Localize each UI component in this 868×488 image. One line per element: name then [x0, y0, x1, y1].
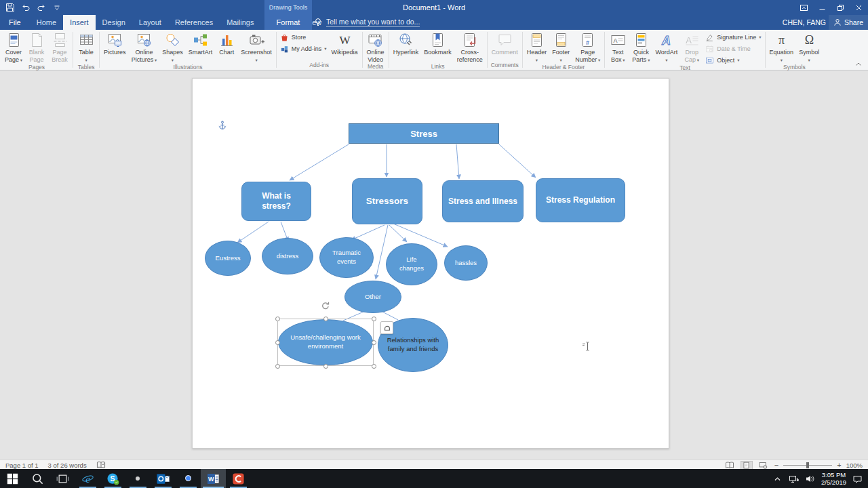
header-icon — [528, 32, 545, 48]
tell-me-box[interactable]: Tell me what you want to do... — [314, 15, 420, 30]
connector-line — [290, 144, 349, 180]
ribbon-button-screenshot[interactable]: Screenshot▾ — [238, 30, 275, 64]
ribbon-button-equation[interactable]: πEquation▾ — [767, 30, 797, 64]
speaker-icon[interactable] — [805, 474, 815, 484]
web-layout-button[interactable] — [757, 461, 770, 470]
ribbon-button-wikipedia[interactable]: WWikipedia — [329, 30, 361, 56]
selection-handle-ne[interactable] — [372, 317, 376, 321]
taskbar-chrome[interactable] — [176, 469, 201, 488]
tab-home[interactable]: Home — [30, 15, 63, 30]
print-layout-button[interactable] — [741, 461, 753, 470]
selection-handle-n[interactable] — [323, 317, 328, 321]
selection-handle-w[interactable] — [275, 340, 280, 345]
ribbon-button-chart[interactable]: Chart — [215, 30, 238, 56]
ribbon-button-wordart[interactable]: AWordArt▾ — [652, 30, 680, 64]
zoom-slider-thumb[interactable] — [806, 462, 809, 468]
proofing-status-icon[interactable] — [96, 461, 106, 469]
signed-in-user[interactable]: CHEN, FANG — [783, 15, 826, 30]
ribbon-button-signature-line[interactable]: Signature Line▾ — [705, 33, 761, 41]
minimize-button[interactable] — [813, 0, 831, 15]
ribbon-button-page-number[interactable]: #PageNumber ▾ — [572, 30, 603, 64]
ribbon-button-text-box[interactable]: ATextBox ▾ — [606, 30, 629, 64]
undo-button[interactable] — [21, 3, 31, 12]
zoom-in-button[interactable]: + — [837, 461, 841, 470]
ribbon-button-online-pictures[interactable]: OnlinePictures ▾ — [129, 30, 160, 64]
life-changes-shape[interactable]: Life changes — [386, 243, 437, 285]
zoom-out-button[interactable]: − — [774, 461, 778, 470]
selection-handle-nw[interactable] — [275, 317, 280, 321]
ribbon-button-hyperlink[interactable]: Hyperlink — [391, 30, 422, 56]
ribbon-button-bookmark[interactable]: Bookmark — [421, 30, 454, 56]
ribbon-button-table[interactable]: Table▾ — [75, 30, 98, 64]
traumatic-events-shape[interactable]: Traumatic events — [319, 237, 374, 278]
ribbon-button-quick-parts[interactable]: QuickParts ▾ — [629, 30, 652, 64]
taskbar-ie[interactable]: e — [75, 469, 100, 488]
document-page[interactable]: StressWhat is stress?StressorsStress and… — [192, 78, 669, 449]
stress-regulation-shape[interactable]: Stress Regulation — [536, 178, 625, 222]
word-count[interactable]: 3 of 26 words — [48, 462, 87, 469]
ribbon-button-store[interactable]: Store — [280, 33, 327, 41]
collapse-ribbon-button[interactable] — [854, 61, 863, 68]
tab-insert[interactable]: Insert — [63, 15, 96, 30]
ribbon-display-options-button[interactable] — [795, 0, 813, 15]
action-center-icon[interactable] — [852, 474, 863, 484]
close-button[interactable] — [850, 0, 868, 15]
taskbar-clock[interactable]: 3:05 PM 2/5/2019 — [821, 471, 846, 486]
shapes-icon — [164, 32, 181, 48]
dropdown-arrow-icon: ▾ — [19, 58, 22, 62]
selection-handle-e[interactable] — [372, 340, 376, 345]
distress-shape[interactable]: distress — [262, 238, 313, 274]
stress-and-illness-shape[interactable]: Stress and Illness — [442, 180, 524, 222]
tab-design[interactable]: Design — [96, 15, 132, 30]
restore-button[interactable] — [831, 0, 850, 15]
taskbar-skype[interactable]: S — [100, 469, 125, 488]
tab-layout[interactable]: Layout — [132, 15, 168, 30]
layout-options-button[interactable] — [380, 321, 393, 334]
tab-references[interactable]: References — [168, 15, 220, 30]
ribbon-button-cross-reference[interactable]: Cross-reference — [454, 30, 486, 63]
ribbon-button-header[interactable]: Header▾ — [524, 30, 550, 64]
what-is-stress-shape[interactable]: What is stress? — [241, 182, 311, 221]
selection-handle-se[interactable] — [372, 364, 376, 369]
ribbon-button-label: DropCap ▾ — [684, 49, 699, 64]
page-indicator[interactable]: Page 1 of 1 — [5, 462, 39, 469]
zoom-level[interactable]: 100% — [846, 462, 863, 469]
ribbon-button-online-video[interactable]: OnlineVideo — [364, 30, 387, 63]
ribbon-button-object[interactable]: Object▾ — [705, 56, 761, 64]
ribbon-button-shapes[interactable]: Shapes▾ — [159, 30, 186, 64]
ribbon-button-symbol[interactable]: ΩSymbol▾ — [796, 30, 822, 64]
zoom-slider[interactable] — [783, 461, 832, 470]
save-button[interactable] — [5, 3, 15, 12]
search-button[interactable] — [25, 469, 50, 488]
hassles-shape[interactable]: hassles — [444, 245, 488, 281]
rotate-handle[interactable] — [321, 301, 330, 310]
tab-mailings[interactable]: Mailings — [220, 15, 260, 30]
other-shape[interactable]: Other — [344, 281, 401, 313]
ribbon-button-my-add-ins[interactable]: My Add-ins▾ — [280, 45, 327, 53]
taskbar-photos[interactable] — [125, 469, 151, 488]
stressors-shape[interactable]: Stressors — [352, 178, 422, 224]
selection-handle-sw[interactable] — [275, 364, 280, 369]
taskbar-outlook[interactable] — [151, 469, 176, 488]
redo-button[interactable] — [37, 3, 46, 12]
ribbon-button-smartart[interactable]: SmartArt — [186, 30, 216, 56]
share-button[interactable]: Share — [829, 15, 868, 30]
tab-file[interactable]: File — [0, 15, 30, 30]
network-icon[interactable] — [789, 474, 799, 484]
ribbon-button-pictures[interactable]: Pictures — [101, 30, 129, 56]
taskbar-camtasia[interactable] — [226, 469, 251, 488]
tab-format[interactable]: Format — [277, 15, 300, 30]
taskbar-word[interactable]: W — [201, 469, 226, 488]
ribbon-button-footer[interactable]: Footer▾ — [549, 30, 572, 64]
tray-chevron-up-icon[interactable] — [772, 474, 783, 484]
stress-shape[interactable]: Stress — [349, 123, 499, 144]
eustress-shape[interactable]: Eustress — [205, 241, 251, 276]
ribbon-button-cover-page[interactable]: CoverPage ▾ — [2, 30, 25, 64]
read-mode-button[interactable] — [724, 461, 736, 470]
task-view-button[interactable] — [50, 469, 75, 488]
selection-handle-s[interactable] — [323, 364, 328, 369]
text-box-icon: A — [610, 32, 627, 48]
document-area[interactable]: StressWhat is stress?StressorsStress and… — [0, 70, 868, 460]
start-button[interactable] — [0, 469, 25, 488]
qat-more-button[interactable] — [52, 3, 62, 12]
